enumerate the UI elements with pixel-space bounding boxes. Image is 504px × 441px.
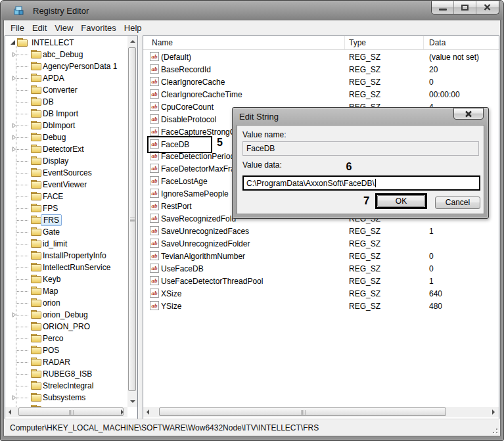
tree-item-Display[interactable]: Display: [5, 155, 127, 167]
registry-value-row[interactable]: abXSizeREG_SZ640: [143, 288, 499, 300]
tree-item-Perco[interactable]: Perco: [5, 333, 127, 344]
tree-connector: [16, 114, 28, 114]
string-value-icon: ab: [150, 102, 159, 111]
scroll-right-button[interactable]: [117, 407, 127, 417]
tree-item-INTELLECT[interactable]: INTELLECT: [5, 37, 127, 49]
tree-item-label: Converter: [43, 85, 78, 95]
expand-icon[interactable]: [12, 52, 16, 57]
tree-item-Subsystems[interactable]: Subsystems: [5, 392, 127, 404]
tree-item-Map[interactable]: Map: [5, 285, 127, 297]
tree-item-RUBEG8_ISB[interactable]: RUBEG8_ISB: [5, 368, 127, 380]
column-separator[interactable]: [423, 36, 424, 49]
tree-item-Debug[interactable]: Debug: [5, 131, 127, 143]
value-name: BaseRecordId: [161, 65, 211, 74]
tree-item-Gate[interactable]: Gate: [5, 226, 127, 238]
registry-value-row[interactable]: abUseFaceDetectorThreadPoolREG_SZ1: [143, 275, 499, 288]
tree-hscroll-thumb[interactable]: [18, 407, 124, 416]
title-bar[interactable]: Registry Editor: [1, 1, 503, 20]
tree-vertical-scrollbar[interactable]: [127, 36, 137, 407]
scroll-down-button[interactable]: [127, 396, 137, 407]
tree-item-APDA[interactable]: APDA: [5, 72, 127, 84]
cancel-button[interactable]: Cancel: [435, 197, 480, 209]
tree-item-Converter[interactable]: Converter: [5, 84, 127, 96]
window-title: Registry Editor: [33, 6, 89, 16]
expand-icon[interactable]: [12, 123, 16, 128]
expand-icon[interactable]: [12, 395, 16, 400]
registry-value-row[interactable]: abYSizeREG_SZ480: [143, 300, 499, 313]
folder-icon: [31, 85, 41, 94]
tree-item-POS[interactable]: POS: [5, 344, 127, 356]
registry-value-row[interactable]: abTevianAlgorithmNumberREG_SZ0: [143, 250, 499, 263]
folder-icon: [31, 216, 41, 224]
tree-view: INTELLECTabc_DebugAgencyPersonData 1APDA…: [5, 36, 127, 407]
column-header-data[interactable]: Data: [429, 38, 446, 47]
scroll-left-button[interactable]: [5, 407, 15, 417]
tree-item-abc_Debug[interactable]: abc_Debug: [5, 49, 127, 60]
registry-value-row[interactable]: ab(Default)REG_SZ(value not set): [143, 51, 499, 64]
tree-item-FPS[interactable]: FPS: [5, 202, 127, 214]
folder-icon: [31, 298, 41, 307]
column-header-name[interactable]: Name: [152, 38, 173, 47]
tree-vscroll-thumb[interactable]: [128, 47, 136, 391]
tree-item-orion_Debug[interactable]: orion_Debug: [5, 309, 127, 321]
registry-value-row[interactable]: abSaveUnrecognizedFacesREG_SZ1: [143, 225, 499, 238]
tree-item-RADAR[interactable]: RADAR: [5, 356, 127, 368]
menu-view[interactable]: View: [51, 21, 77, 33]
tree-item-DB Import[interactable]: DB Import: [5, 108, 127, 120]
maximize-button[interactable]: [454, 1, 476, 14]
expand-icon[interactable]: [12, 147, 16, 152]
expand-icon[interactable]: [12, 76, 16, 81]
value-name-field[interactable]: FaceDB: [242, 141, 479, 156]
registry-value-row[interactable]: abClearIgnoreCacheREG_SZ0: [143, 76, 499, 89]
tree-item-DB[interactable]: DB: [5, 96, 127, 108]
tree-horizontal-scrollbar[interactable]: [5, 407, 127, 417]
registry-value-row[interactable]: abBaseRecordIdREG_SZ20: [143, 64, 499, 76]
tree-item-label: IntellectRunService: [43, 263, 110, 272]
folder-icon: [31, 109, 41, 118]
tree-item-IntellectRunService[interactable]: IntellectRunService: [5, 262, 127, 273]
tree-item-id_limit[interactable]: id_limit: [5, 238, 127, 250]
tree-item-label: RUBEG8_ISB: [43, 369, 92, 379]
menu-file[interactable]: File: [7, 21, 28, 33]
tree-item-EventSources[interactable]: EventSources: [5, 167, 127, 179]
tree-item-AgencyPersonData 1[interactable]: AgencyPersonData 1: [5, 60, 127, 72]
column-separator[interactable]: [344, 36, 345, 49]
tree-item-DetectorExt[interactable]: DetectorExt: [5, 143, 127, 155]
list-hscroll-thumb[interactable]: [159, 407, 446, 416]
registry-value-row[interactable]: abSaveUnrecognizedFolderREG_SZ: [143, 238, 499, 250]
tree-item-ORION_PRO[interactable]: ORION_PRO: [5, 321, 127, 333]
ok-button[interactable]: OK: [377, 195, 425, 207]
tree-item-InstallPropertyInfo[interactable]: InstallPropertyInfo: [5, 250, 127, 262]
column-header-type[interactable]: Type: [349, 38, 366, 47]
value-data: 0: [429, 264, 434, 273]
minimize-icon: [439, 9, 447, 11]
tree-item-FRS[interactable]: FRS: [5, 214, 127, 226]
value-data-label: Value data:: [242, 160, 282, 170]
tree-item-orion[interactable]: orion: [5, 297, 127, 309]
minimize-button[interactable]: [432, 1, 454, 14]
tree-item-DbImport[interactable]: DbImport: [5, 120, 127, 131]
expand-icon[interactable]: [12, 312, 16, 317]
scroll-up-button[interactable]: [127, 36, 137, 47]
folder-icon: [31, 62, 41, 70]
scroll-right-button[interactable]: [488, 407, 498, 417]
scroll-left-button[interactable]: [143, 407, 153, 417]
dialog-close-button[interactable]: [453, 108, 484, 120]
registry-value-row[interactable]: abClearIgnoreCacheTimeREG_SZ00:00:00: [143, 89, 499, 101]
menu-help[interactable]: Help: [120, 21, 146, 33]
resize-grip[interactable]: [489, 425, 498, 434]
folder-icon: [31, 393, 41, 402]
tree-item-Keyb[interactable]: Keyb: [5, 273, 127, 285]
registry-value-row[interactable]: abUseFaceDBREG_SZ0: [143, 263, 499, 275]
tree-item-StrelecIntegral[interactable]: StrelecIntegral: [5, 380, 127, 392]
tree-connector: [16, 327, 28, 327]
tree-item-EventViewer[interactable]: EventViewer: [5, 179, 127, 191]
collapse-icon[interactable]: [11, 40, 15, 45]
close-button[interactable]: [476, 1, 499, 14]
menu-edit[interactable]: Edit: [28, 21, 51, 33]
menu-favorites[interactable]: Favorites: [77, 21, 120, 33]
value-data-field[interactable]: C:\ProgramData\AxxonSoft\FaceDB\: [242, 175, 480, 191]
list-horizontal-scrollbar[interactable]: [143, 407, 499, 417]
expand-icon[interactable]: [12, 135, 16, 140]
tree-item-FACE[interactable]: FACE: [5, 191, 127, 202]
